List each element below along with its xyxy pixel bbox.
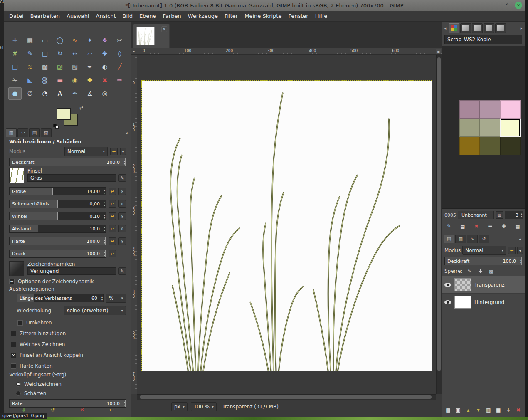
link-size-icon[interactable]: ∞ xyxy=(118,212,126,220)
tool-intelligent-scissors[interactable]: ✂ xyxy=(113,34,126,47)
lock-alpha[interactable]: ▩ xyxy=(487,268,495,274)
layers-tab[interactable]: ▤ xyxy=(444,235,454,243)
tool-airbrush[interactable]: ✏ xyxy=(113,74,126,86)
spinner-arrows-icon[interactable]: ▴▾ xyxy=(104,213,105,219)
größe-slider[interactable]: Größe14,00▴▾ xyxy=(9,187,106,195)
enlarge-palette[interactable]: ✚ xyxy=(499,222,508,230)
checkbox-icon[interactable] xyxy=(11,342,16,347)
mode-menu-button[interactable]: ▾ xyxy=(120,148,126,155)
palette-color[interactable] xyxy=(500,137,521,155)
visibility-eye-icon[interactable] xyxy=(444,300,451,304)
druck-slider[interactable]: Druck100,0▴▾ xyxy=(9,250,106,258)
tool-smudge[interactable]: ∅ xyxy=(23,87,37,100)
tool-handle-transform[interactable]: ✥ xyxy=(98,47,111,60)
new-layer[interactable]: ▤ xyxy=(444,406,453,414)
tool-knife[interactable]: ✁ xyxy=(8,74,22,86)
spinner-arrows-icon[interactable]: ▴▾ xyxy=(124,159,125,165)
brushes-tab-4[interactable] xyxy=(495,23,506,33)
tool-gradient[interactable]: ▧ xyxy=(68,61,81,73)
checkbox-row[interactable]: Harte Kanten xyxy=(11,363,126,369)
reset-härte-button[interactable]: ↩ xyxy=(109,237,116,245)
winkel-slider[interactable]: Winkel0,10▴▾ xyxy=(9,212,106,220)
tool-pencil[interactable]: ✎ xyxy=(23,47,37,60)
close-icon[interactable]: ✕ xyxy=(161,26,167,32)
menu-datei[interactable]: Datei xyxy=(6,11,27,21)
link-size-icon[interactable]: ∞ xyxy=(118,200,126,208)
pointer-tab[interactable]: ▤ xyxy=(29,128,40,137)
menu-ansicht[interactable]: Ansicht xyxy=(92,11,119,21)
layer-mode-dropdown[interactable]: Normal▾ xyxy=(462,246,506,255)
tool-measure[interactable]: ∡ xyxy=(83,87,96,100)
tool-ink[interactable]: ✒ xyxy=(83,61,96,73)
spinner-arrows-icon[interactable]: ▴▾ xyxy=(104,201,105,207)
tabs-scroll-right-icon[interactable]: ▸ xyxy=(519,24,524,33)
dynamics-name-field[interactable]: Verjüngend xyxy=(27,267,116,275)
dynamics-thumbnail[interactable] xyxy=(9,261,24,276)
minimize-button[interactable]: – xyxy=(492,1,501,10)
menu-hilfe[interactable]: Hilfe xyxy=(312,11,331,21)
spinner-arrows-icon[interactable]: ▴▾ xyxy=(124,400,125,406)
dynamics-options-row[interactable]: − Optionen der Zeichendynamik xyxy=(9,279,126,284)
zoom-dropdown[interactable]: 100 %▾ xyxy=(191,402,217,411)
spinner-arrows-icon[interactable]: ▴▾ xyxy=(104,251,105,257)
layer-thumbnail[interactable] xyxy=(454,296,471,309)
tool-select-by-color[interactable]: ❖ xyxy=(98,34,111,47)
menu-farben[interactable]: Farben xyxy=(160,11,185,21)
images-tab[interactable]: ▧ xyxy=(41,128,52,137)
duplicate-layer[interactable]: ▥ xyxy=(484,406,493,414)
tool-eraser[interactable]: ▬ xyxy=(53,74,67,86)
delete-settings[interactable]: ✕ xyxy=(78,405,87,414)
palette-color[interactable] xyxy=(459,137,480,155)
raise-layer[interactable]: ▴ xyxy=(464,406,473,414)
vertical-scrollbar[interactable] xyxy=(436,55,442,394)
merge-layer[interactable]: ▦ xyxy=(494,406,503,414)
link-size-icon[interactable]: ∞ xyxy=(118,237,126,245)
foreground-color-swatch[interactable] xyxy=(57,108,71,120)
fade-length-slider[interactable]: Länge des Verblassens60▴▾ xyxy=(17,294,104,302)
tool-options-tab[interactable]: ▥ xyxy=(6,128,17,137)
tool-fuzzy-select[interactable]: ✦ xyxy=(83,34,96,47)
image-tab[interactable]: ✕ xyxy=(133,24,170,48)
history-tab[interactable]: ↺ xyxy=(479,235,489,243)
spinner-arrows-icon[interactable]: ▴▾ xyxy=(104,188,105,194)
tool-grid[interactable]: ▤ xyxy=(8,61,22,73)
palette-grid[interactable]: ▦ xyxy=(513,222,522,230)
default-colors-icon[interactable] xyxy=(53,124,59,129)
tool-bucket-fill[interactable]: ◣ xyxy=(23,74,37,86)
close-button[interactable]: ✕ xyxy=(515,2,522,9)
layer-row[interactable]: Transparenz xyxy=(442,276,525,294)
spinner-arrows-icon[interactable]: ▴▾ xyxy=(520,258,521,264)
tool-paths[interactable]: ✒ xyxy=(68,87,81,100)
tool-brightness-contrast[interactable]: ◐ xyxy=(98,61,111,73)
restore-settings[interactable]: ↺ xyxy=(48,405,57,414)
edit-brush-button[interactable]: ✎ xyxy=(118,174,126,182)
tool-dodge-burn[interactable]: ◔ xyxy=(38,87,52,100)
brush-name-field[interactable]: Gras xyxy=(27,174,116,182)
radio-icon[interactable] xyxy=(16,391,21,396)
tool-blur-sharpen[interactable]: ● xyxy=(8,87,22,100)
palette-entry-name[interactable]: Unbenannt xyxy=(458,211,494,219)
tool-paintbrush[interactable]: ╱ xyxy=(113,61,126,73)
tool-rotate[interactable]: ↻ xyxy=(53,47,67,60)
tool-alignment[interactable]: ▦ xyxy=(23,34,37,47)
navigation-icon[interactable]: ▣ xyxy=(436,49,441,54)
mode-dropdown[interactable]: Normal▾ xyxy=(64,147,108,156)
reset-größe-button[interactable]: ↩ xyxy=(109,188,116,195)
lock-position[interactable]: ✚ xyxy=(476,268,484,274)
tool-move[interactable]: ✛ xyxy=(8,34,22,47)
palette-color[interactable] xyxy=(459,119,480,137)
ruler-corner[interactable]: ▸ xyxy=(131,48,137,55)
tabs-scroll-left-icon[interactable]: ◂ xyxy=(443,24,448,33)
tool-perspective-clone[interactable]: ✖ xyxy=(98,74,111,86)
image-canvas[interactable] xyxy=(142,81,432,371)
tool-warp[interactable]: ≋ xyxy=(23,61,37,73)
radio-selected-icon[interactable] xyxy=(16,382,21,387)
layer-row[interactable]: Hintergrund xyxy=(442,294,525,311)
layer-thumbnail[interactable] xyxy=(454,278,471,291)
menu-bearbeiten[interactable]: Bearbeiten xyxy=(27,11,63,21)
reset-settings[interactable]: ↩ xyxy=(107,405,116,414)
checkbox-checked-icon[interactable]: ✕ xyxy=(11,353,16,358)
checkbox-row[interactable]: Weiches Zeichnen xyxy=(11,341,126,348)
tool-gradient-map[interactable]: ▒ xyxy=(38,74,52,86)
collapse-dock-icon[interactable]: ◂ xyxy=(123,131,129,135)
